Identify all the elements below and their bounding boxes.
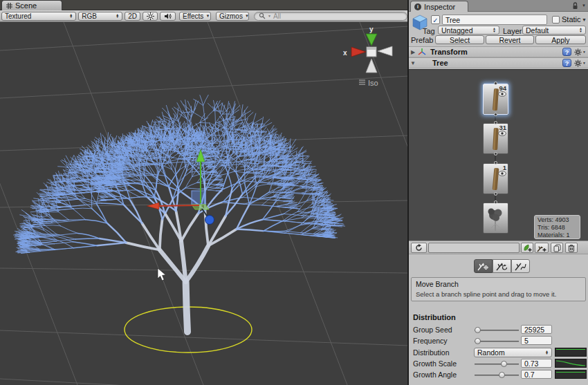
render-mode-label: Textured bbox=[5, 12, 31, 20]
lock-icon[interactable] bbox=[572, 2, 578, 10]
help-icon[interactable]: ? bbox=[562, 59, 571, 67]
gear-arrow-icon: ▼ bbox=[582, 61, 586, 65]
visibility-eye-icon[interactable] bbox=[498, 131, 506, 136]
add-leaf-group-button[interactable] bbox=[521, 243, 533, 253]
rotate-branch-icon bbox=[496, 261, 508, 271]
growth-angle-value-field[interactable]: 0.7 bbox=[521, 370, 552, 379]
node-connector-dot[interactable] bbox=[494, 121, 497, 124]
rotate-branch-tool-button[interactable] bbox=[493, 259, 511, 273]
foldout-collapsed-icon[interactable]: ▶ bbox=[409, 49, 417, 55]
gizmo-x-label: x bbox=[343, 49, 347, 57]
active-checkbox[interactable]: ✓ bbox=[431, 15, 440, 24]
add-branch-group-button[interactable] bbox=[535, 243, 549, 253]
layer-dropdown[interactable]: Default ▲▼ bbox=[522, 26, 586, 35]
view-gizmo-right-cone[interactable] bbox=[378, 46, 392, 56]
tab-scene[interactable]: Scene bbox=[1, 0, 62, 10]
node-connector-dot[interactable] bbox=[494, 113, 497, 116]
render-mode-dropdown[interactable]: Textured ▲▼ bbox=[1, 12, 76, 21]
growth-angle-curve-field[interactable] bbox=[555, 370, 587, 379]
view-gizmo-y-cone[interactable] bbox=[366, 34, 377, 46]
transform-component-header[interactable]: ▶ Transform ? ▼ bbox=[409, 46, 588, 57]
node-connector-dot[interactable] bbox=[494, 192, 497, 196]
node-connector-dot[interactable] bbox=[494, 161, 497, 165]
audio-toggle-button[interactable] bbox=[160, 12, 176, 21]
branch-group-node-3[interactable]: 1 bbox=[483, 163, 508, 194]
group-seed-slider-knob[interactable] bbox=[475, 327, 481, 333]
prefab-select-button[interactable]: Select bbox=[435, 35, 484, 44]
foldout-expanded-icon[interactable]: ▼ bbox=[409, 60, 417, 66]
search-text: All bbox=[273, 12, 281, 20]
growth-scale-slider-knob[interactable] bbox=[501, 361, 507, 367]
view-gizmo-x-cone[interactable] bbox=[351, 47, 366, 57]
visibility-eye-icon[interactable] bbox=[498, 171, 506, 176]
component-menu-button[interactable]: ▼ bbox=[574, 48, 586, 56]
scene-viewport[interactable]: y x Iso bbox=[0, 22, 409, 385]
component-menu-button[interactable]: ▼ bbox=[574, 59, 586, 67]
prefab-revert-label: Revert bbox=[499, 36, 521, 44]
scene-toolbar: Textured ▲▼ RGB ▲▼ 2D bbox=[0, 10, 409, 22]
gizmos-dropdown[interactable]: Gizmos ▼ bbox=[216, 12, 249, 21]
tree-root-node[interactable] bbox=[483, 203, 508, 234]
growth-angle-slider-track[interactable] bbox=[475, 375, 519, 376]
frequency-slider-knob[interactable] bbox=[475, 338, 481, 344]
toolbar-spacer-field bbox=[428, 243, 520, 253]
tree-model[interactable] bbox=[14, 95, 345, 332]
inspector-menu-arrow-icon[interactable]: ▼ bbox=[582, 3, 586, 8]
transform-axes-icon bbox=[417, 48, 427, 56]
distribution-curve-field[interactable] bbox=[555, 348, 587, 357]
tab-inspector[interactable]: i Inspector bbox=[410, 1, 468, 12]
layer-label: Layer bbox=[503, 27, 522, 35]
tree-title: Tree bbox=[432, 59, 448, 67]
growth-scale-curve-field[interactable] bbox=[555, 359, 587, 368]
scene-tab-label: Scene bbox=[15, 1, 37, 10]
branch-group-node-1[interactable]: 94 bbox=[483, 84, 508, 115]
tree-component-header[interactable]: ▼ Tree ? ▼ bbox=[409, 57, 588, 68]
prefab-select-label: Select bbox=[450, 36, 470, 44]
view-gizmo-cube-top bbox=[367, 47, 376, 50]
static-checkbox[interactable] bbox=[552, 16, 560, 24]
delete-node-button[interactable] bbox=[565, 243, 578, 253]
tree-node-graph[interactable]: 94 31 bbox=[409, 69, 588, 241]
free-hand-tool-button[interactable] bbox=[511, 259, 530, 273]
prefab-revert-button[interactable]: Revert bbox=[486, 35, 534, 44]
visibility-eye-icon[interactable] bbox=[498, 91, 506, 97]
growth-scale-slider-track[interactable] bbox=[475, 364, 519, 365]
distribution-dropdown[interactable]: Random ▲▼ bbox=[474, 348, 552, 357]
static-dropdown-arrow-icon[interactable]: ▼ bbox=[582, 17, 587, 22]
growth-angle-value: 0.7 bbox=[524, 370, 535, 379]
gizmos-label: Gizmos bbox=[219, 12, 243, 20]
duplicate-node-button[interactable] bbox=[551, 243, 563, 253]
gizmo-z-knob[interactable] bbox=[205, 216, 214, 225]
node-connector-dot[interactable] bbox=[494, 152, 497, 156]
prefab-apply-button[interactable]: Apply bbox=[535, 35, 586, 44]
frequency-slider-track[interactable] bbox=[475, 341, 519, 342]
node-connector-dot[interactable] bbox=[494, 82, 497, 85]
scene-search-input[interactable]: ▼ All bbox=[254, 12, 407, 21]
chevron-down-icon: ▼ bbox=[205, 14, 210, 18]
tag-dropdown[interactable]: Untagged ▲▼ bbox=[438, 26, 499, 35]
view-orientation-gizmo[interactable]: y x Iso bbox=[343, 26, 392, 87]
frequency-value-field[interactable]: 5 bbox=[521, 336, 552, 345]
group-seed-slider-track[interactable] bbox=[475, 330, 519, 331]
group-seed-value-field[interactable]: 25925 bbox=[521, 325, 552, 334]
growth-scale-value-field[interactable]: 0.73 bbox=[521, 359, 552, 368]
projection-label[interactable]: Iso bbox=[368, 79, 378, 87]
refresh-button[interactable] bbox=[411, 243, 427, 253]
move-branch-tool-button[interactable] bbox=[474, 259, 493, 273]
updown-arrow-icon: ▲▼ bbox=[69, 14, 73, 19]
gameobject-name-input[interactable]: Tree bbox=[442, 15, 547, 25]
help-icon[interactable]: ? bbox=[562, 48, 571, 56]
view-gizmo-bottom-cone[interactable] bbox=[366, 59, 377, 73]
2d-toggle-button[interactable]: 2D bbox=[125, 12, 140, 21]
gizmo-x-axis[interactable] bbox=[158, 205, 199, 206]
inspector-tabstrip: i Inspector ▼ bbox=[409, 0, 588, 12]
growth-angle-slider-knob[interactable] bbox=[499, 372, 505, 378]
gizmo-center-handle[interactable] bbox=[192, 191, 205, 205]
color-mode-dropdown[interactable]: RGB ▲▼ bbox=[78, 12, 122, 21]
node-connector-dot[interactable] bbox=[494, 200, 497, 204]
effects-dropdown[interactable]: Effects ▼ bbox=[179, 12, 211, 21]
group-seed-value: 25925 bbox=[524, 326, 544, 334]
node-editor-toolbar bbox=[409, 241, 588, 254]
lighting-toggle-button[interactable] bbox=[143, 12, 158, 21]
branch-group-node-2[interactable]: 31 bbox=[483, 123, 508, 154]
